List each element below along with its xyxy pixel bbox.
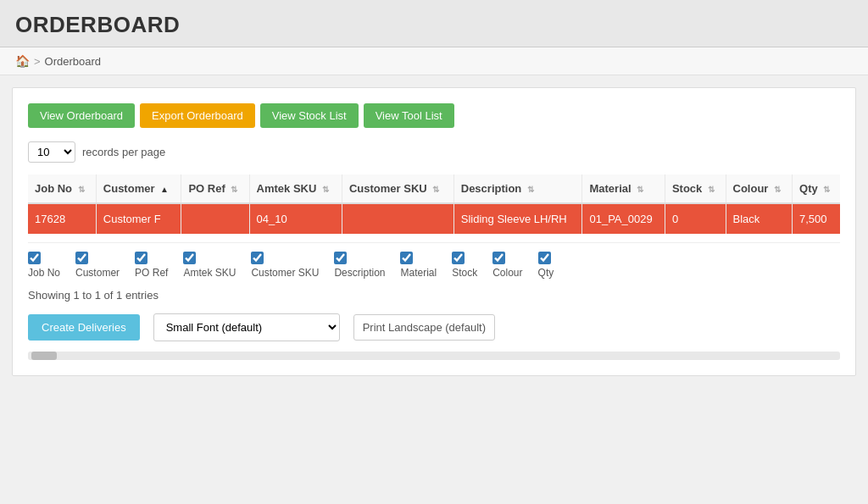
page-title: ORDERBOARD (15, 12, 853, 38)
sort-material-icon: ⇅ (637, 185, 643, 194)
cb_po_ref-label: PO Ref (135, 267, 168, 279)
table-wrapper: Job No ⇅ Customer ▲ PO Ref ⇅ Amtek SKU ⇅… (28, 174, 840, 279)
breadcrumb: 🏠 > Orderboard (0, 47, 868, 75)
cell-material: 01_PA_0029 (582, 203, 665, 234)
records-row: 10 25 50 100 records per page (28, 141, 840, 163)
col-colour[interactable]: Colour ⇅ (726, 174, 793, 203)
sort-customer-icon: ▲ (160, 185, 169, 194)
cell-stock: 0 (665, 203, 726, 234)
col-customer[interactable]: Customer ▲ (96, 174, 181, 203)
cb_amtek_sku-label: Amtek SKU (183, 267, 236, 279)
home-icon[interactable]: 🏠 (15, 54, 30, 68)
checkbox-item-cb_amtek_sku: Amtek SKU (183, 252, 236, 279)
sort-description-icon: ⇅ (527, 185, 534, 194)
cb_stock-label: Stock (452, 267, 477, 279)
cb_customer-checkbox[interactable] (75, 252, 88, 264)
table-row[interactable]: 17628Customer F04_10Sliding Sleeve LH/RH… (28, 203, 840, 234)
checkbox-item-cb_colour: Colour (492, 252, 522, 279)
col-po-ref[interactable]: PO Ref ⇅ (181, 174, 249, 203)
col-amtek-sku[interactable]: Amtek SKU ⇅ (249, 174, 342, 203)
cell-job_no: 17628 (28, 203, 96, 234)
checkbox-item-cb_po_ref: PO Ref (135, 252, 168, 279)
cb_qty-checkbox[interactable] (538, 252, 551, 264)
page-header: ORDERBOARD (0, 0, 868, 47)
view-orderboard-button[interactable]: View Orderboard (28, 103, 135, 128)
cb_po_ref-checkbox[interactable] (135, 252, 147, 264)
sort-customer-sku-icon: ⇅ (432, 185, 439, 194)
view-stock-list-button[interactable]: View Stock List (260, 103, 359, 128)
checkbox-item-cb_customer: Customer (75, 252, 120, 279)
col-customer-sku[interactable]: Customer SKU ⇅ (342, 174, 453, 203)
cb_material-checkbox[interactable] (400, 252, 413, 264)
col-description[interactable]: Description ⇅ (453, 174, 582, 203)
records-label: records per page (82, 146, 165, 158)
breadcrumb-current: Orderboard (45, 55, 101, 68)
cb_customer-label: Customer (75, 267, 120, 279)
sort-qty-icon: ⇅ (823, 185, 830, 194)
sort-colour-icon: ⇅ (774, 185, 781, 194)
cb_material-label: Material (400, 267, 437, 279)
orderboard-table: Job No ⇅ Customer ▲ PO Ref ⇅ Amtek SKU ⇅… (28, 174, 840, 234)
cell-qty: 7,500 (793, 203, 840, 234)
cell-customer_sku (342, 203, 453, 234)
cb_job_no-label: Job No (28, 267, 60, 279)
records-per-page-select[interactable]: 10 25 50 100 (28, 141, 75, 163)
cb_job_no-checkbox[interactable] (28, 252, 41, 264)
column-checkboxes: Job NoCustomerPO RefAmtek SKUCustomer SK… (28, 242, 840, 279)
scrollbar-thumb (31, 352, 57, 360)
cell-amtek_sku: 04_10 (249, 203, 342, 234)
cb_colour-label: Colour (492, 267, 522, 279)
table-body: 17628Customer F04_10Sliding Sleeve LH/RH… (28, 203, 840, 234)
checkbox-item-cb_qty: Qty (538, 252, 554, 279)
toolbar: View Orderboard Export Orderboard View S… (28, 103, 840, 128)
cb_customer_sku-label: Customer SKU (251, 267, 319, 279)
cb_colour-checkbox[interactable] (492, 252, 505, 264)
cb_description-label: Description (334, 267, 385, 279)
bottom-bar: Create Deliveries Small Font (default)No… (28, 313, 840, 341)
export-orderboard-button[interactable]: Export Orderboard (140, 103, 255, 128)
cb_stock-checkbox[interactable] (452, 252, 465, 264)
col-stock[interactable]: Stock ⇅ (665, 174, 726, 203)
checkbox-item-cb_material: Material (400, 252, 437, 279)
showing-text: Showing 1 to 1 of 1 entries (28, 289, 840, 302)
cb_qty-label: Qty (538, 267, 554, 279)
col-job-no[interactable]: Job No ⇅ (28, 174, 96, 203)
sort-po-ref-icon: ⇅ (231, 185, 237, 194)
col-qty[interactable]: Qty ⇅ (793, 174, 840, 203)
cell-po_ref (181, 203, 249, 234)
sort-job-no-icon: ⇅ (78, 185, 85, 194)
cb_amtek_sku-checkbox[interactable] (183, 252, 196, 264)
cb_customer_sku-checkbox[interactable] (251, 252, 264, 264)
checkbox-item-cb_job_no: Job No (28, 252, 60, 279)
cb_description-checkbox[interactable] (334, 252, 347, 264)
font-select[interactable]: Small Font (default)Normal FontLarge Fon… (153, 313, 340, 341)
cell-customer: Customer F (96, 203, 181, 234)
create-deliveries-button[interactable]: Create Deliveries (28, 314, 140, 341)
checkbox-item-cb_stock: Stock (452, 252, 477, 279)
print-text: Print Landscape (default) (353, 314, 495, 341)
sort-amtek-sku-icon: ⇅ (322, 185, 329, 194)
view-tool-list-button[interactable]: View Tool List (364, 103, 454, 128)
cell-description: Sliding Sleeve LH/RH (453, 203, 582, 234)
table-header-row: Job No ⇅ Customer ▲ PO Ref ⇅ Amtek SKU ⇅… (28, 174, 840, 203)
cell-colour: Black (726, 203, 793, 234)
col-material[interactable]: Material ⇅ (582, 174, 665, 203)
breadcrumb-separator: > (34, 55, 41, 68)
main-content: View Orderboard Export Orderboard View S… (12, 87, 856, 376)
checkbox-item-cb_customer_sku: Customer SKU (251, 252, 319, 279)
sort-stock-icon: ⇅ (708, 185, 715, 194)
checkbox-item-cb_description: Description (334, 252, 385, 279)
horizontal-scrollbar[interactable] (28, 352, 840, 360)
